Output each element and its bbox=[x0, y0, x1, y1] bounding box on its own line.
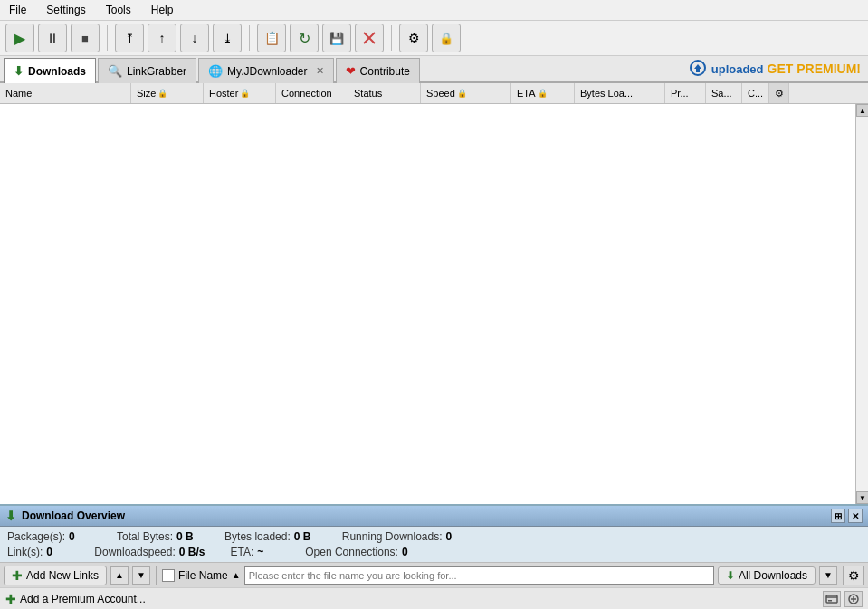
all-downloads-button[interactable]: ⬇ All Downloads bbox=[718, 566, 816, 585]
eta-value: ~ bbox=[257, 546, 280, 558]
col-header-saved[interactable]: Sa... bbox=[706, 83, 742, 103]
premium-row-icons bbox=[823, 591, 863, 607]
stat-row-2: Link(s): 0 Downloadspeed: 0 B/s ETA: ~ O… bbox=[7, 546, 861, 558]
tab-bar: ⬇ Downloads 🔍 LinkGrabber 🌐 My.JDownload… bbox=[0, 56, 868, 83]
stat-row-1: Package(s): 0 Total Bytes: 0 B Bytes loa… bbox=[7, 530, 861, 543]
overview-icon: ⬇ bbox=[5, 509, 16, 523]
links-label: Link(s): bbox=[7, 546, 43, 558]
scroll-down-button[interactable]: ▼ bbox=[856, 491, 868, 504]
menu-tools[interactable]: Tools bbox=[100, 2, 137, 18]
move-up-button[interactable]: ↑ bbox=[148, 24, 176, 52]
overview-title-bar: ⬇ Download Overview ⊞ ✕ bbox=[0, 506, 868, 527]
col-header-progress[interactable]: Pr... bbox=[665, 83, 706, 103]
start-button[interactable]: ▶ bbox=[5, 24, 34, 52]
move-down-button[interactable]: ↓ bbox=[180, 24, 209, 52]
scroll-up-button[interactable]: ▲ bbox=[856, 104, 868, 117]
menu-bar: File Settings Tools Help bbox=[0, 0, 868, 21]
add-premium-account-link[interactable]: Add a Premium Account... bbox=[20, 593, 146, 605]
toolbar: ▶ ⏸ ■ ⤒ ↑ ↓ ⤓ 📋 ↻ 💾 ⚙ bbox=[0, 21, 868, 56]
uploaded-text: uploaded bbox=[711, 62, 764, 76]
add-links-arrow-up[interactable]: ▲ bbox=[110, 566, 129, 585]
settings-button[interactable]: ⚙ bbox=[399, 24, 428, 52]
toolbar-separator-2 bbox=[249, 25, 250, 51]
table-scrollbar[interactable]: ▲ ▼ bbox=[855, 104, 868, 504]
col-header-name[interactable]: Name bbox=[0, 83, 131, 103]
overview-title-text: Download Overview bbox=[22, 509, 125, 522]
file-name-area: File Name ▲ bbox=[162, 569, 241, 582]
tab-downloads[interactable]: ⬇ Downloads bbox=[4, 58, 96, 83]
col-header-bytes[interactable]: Bytes Loa... bbox=[575, 83, 665, 103]
move-top-button[interactable]: ⤒ bbox=[115, 24, 144, 52]
col-header-size[interactable]: Size 🔒 bbox=[131, 83, 204, 103]
uploaded-logo bbox=[688, 60, 708, 79]
menu-help[interactable]: Help bbox=[146, 2, 179, 18]
add-new-links-button[interactable]: ✚ Add New Links bbox=[4, 566, 107, 585]
overview-title-left: ⬇ Download Overview bbox=[5, 509, 125, 523]
column-headers: Name Size 🔒 Hoster 🔒 Connection Status S… bbox=[0, 83, 868, 104]
download-speed-label: Downloadspeed: bbox=[94, 546, 175, 558]
bytes-loaded-label: Bytes loaded: bbox=[224, 530, 291, 543]
file-name-checkbox[interactable] bbox=[162, 569, 175, 582]
svg-rect-5 bbox=[828, 600, 832, 602]
col-header-status[interactable]: Status bbox=[348, 83, 421, 103]
linkgrabber-tab-icon: 🔍 bbox=[108, 64, 122, 78]
clear-button[interactable] bbox=[355, 24, 384, 52]
menu-settings[interactable]: Settings bbox=[41, 2, 91, 18]
premium-banner[interactable]: uploaded GET PREMIUM! bbox=[681, 56, 868, 81]
tab-myjdownloader[interactable]: 🌐 My.JDownloader ✕ bbox=[198, 58, 333, 83]
all-downloads-icon: ⬇ bbox=[726, 569, 735, 582]
premium-row-icon-2[interactable] bbox=[844, 591, 863, 607]
pause-button[interactable]: ⏸ bbox=[38, 24, 67, 52]
col-header-hoster[interactable]: Hoster 🔒 bbox=[204, 83, 276, 103]
speed-lock-icon: 🔒 bbox=[457, 89, 467, 98]
premium-button[interactable]: 🔒 bbox=[432, 24, 461, 52]
downloads-tab-label: Downloads bbox=[28, 65, 86, 78]
links-value: 0 bbox=[46, 546, 69, 558]
col-header-eta[interactable]: ETA 🔒 bbox=[511, 83, 575, 103]
myjdownloader-tab-close[interactable]: ✕ bbox=[316, 65, 324, 77]
hoster-lock-icon: 🔒 bbox=[240, 89, 250, 98]
all-downloads-arrow[interactable]: ▼ bbox=[819, 566, 837, 585]
col-header-speed[interactable]: Speed 🔒 bbox=[421, 83, 511, 103]
open-connections-label: Open Connections: bbox=[305, 546, 398, 558]
toolbar-separator-1 bbox=[107, 25, 108, 51]
refresh-button[interactable]: ↻ bbox=[290, 24, 319, 52]
add-links-arrow-down[interactable]: ▼ bbox=[132, 566, 150, 585]
bottom-settings-button[interactable]: ⚙ bbox=[843, 566, 864, 585]
overview-stats: Package(s): 0 Total Bytes: 0 B Bytes loa… bbox=[0, 527, 868, 562]
file-name-label: File Name bbox=[178, 569, 228, 582]
move-bottom-button[interactable]: ⤓ bbox=[213, 24, 242, 52]
col-header-settings[interactable]: ⚙ bbox=[769, 83, 789, 103]
main-area: Name Size 🔒 Hoster 🔒 Connection Status S… bbox=[0, 83, 868, 504]
all-downloads-label: All Downloads bbox=[739, 569, 807, 582]
svg-rect-4 bbox=[826, 595, 837, 603]
eta-label: ETA: bbox=[230, 546, 253, 558]
overview-detach-button[interactable]: ⊞ bbox=[831, 509, 845, 523]
eta-lock-icon: 🔒 bbox=[538, 89, 548, 98]
stop-button[interactable]: ■ bbox=[71, 24, 100, 52]
packages-label: Package(s): bbox=[7, 530, 65, 543]
bytes-loaded-value: 0 B bbox=[294, 530, 317, 543]
clipboard-button[interactable]: 📋 bbox=[257, 24, 286, 52]
file-name-input[interactable] bbox=[244, 566, 714, 585]
premium-row-icon-1[interactable] bbox=[823, 591, 841, 607]
packages-value: 0 bbox=[69, 530, 91, 543]
tab-linkgrabber[interactable]: 🔍 LinkGrabber bbox=[98, 58, 196, 83]
linkgrabber-tab-label: LinkGrabber bbox=[127, 65, 186, 78]
file-name-sort-icon: ▲ bbox=[232, 570, 241, 580]
col-header-connection[interactable]: Connection bbox=[276, 83, 348, 103]
toolbar-separator-3 bbox=[391, 25, 392, 51]
overview-title-icons: ⊞ ✕ bbox=[831, 509, 863, 523]
add-links-icon: ✚ bbox=[12, 568, 23, 583]
save-button[interactable]: 💾 bbox=[322, 24, 351, 52]
tab-contribute[interactable]: ❤ Contribute bbox=[336, 58, 420, 83]
col-header-comment[interactable]: C... bbox=[742, 83, 769, 103]
downloads-tab-icon: ⬇ bbox=[14, 64, 24, 78]
premium-add-icon: ✚ bbox=[5, 592, 16, 606]
contribute-tab-label: Contribute bbox=[360, 65, 410, 78]
overview-close-button[interactable]: ✕ bbox=[848, 509, 863, 523]
download-speed-value: 0 B/s bbox=[179, 546, 205, 558]
menu-file[interactable]: File bbox=[4, 2, 32, 18]
scroll-track[interactable] bbox=[856, 117, 868, 491]
get-premium-text: GET PREMIUM! bbox=[768, 62, 861, 76]
